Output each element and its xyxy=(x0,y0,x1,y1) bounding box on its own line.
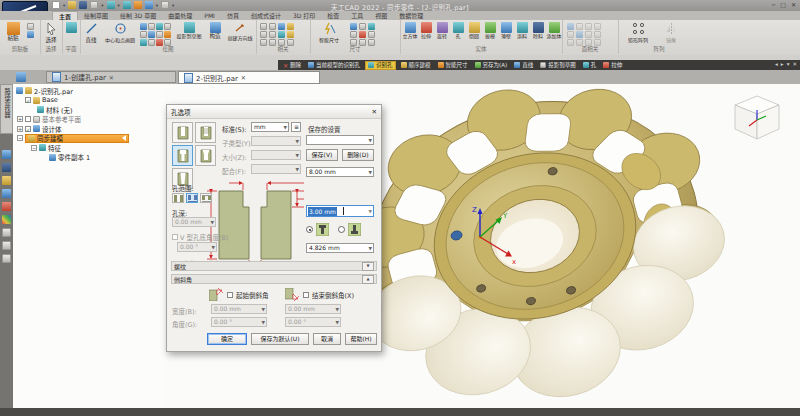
open-icon[interactable] xyxy=(68,1,76,9)
expand-icon[interactable]: + xyxy=(17,116,23,122)
tab-tools[interactable]: 工具 xyxy=(345,11,369,20)
customize-qat-icon[interactable]: ▾ xyxy=(172,3,174,8)
lock-icon[interactable] xyxy=(287,23,294,30)
tree-item-ref-planes[interactable]: + 基本参考平面 xyxy=(17,115,81,124)
distance-icon[interactable] xyxy=(350,23,357,30)
face-symmetric-icon[interactable] xyxy=(567,31,574,38)
palette-icon[interactable] xyxy=(2,215,11,224)
cut-icon[interactable] xyxy=(27,23,34,30)
perpendicular-icon[interactable] xyxy=(278,31,285,38)
create-direction-button[interactable]: 创建方向线 xyxy=(226,22,254,41)
curve-icon[interactable] xyxy=(156,23,163,30)
collapse-icon[interactable]: − xyxy=(31,145,37,151)
parallel-icon[interactable] xyxy=(269,31,276,38)
size-dropdown[interactable]: ▼ xyxy=(251,150,301,160)
minimize-button[interactable]: ─ xyxy=(772,1,776,8)
end-chamfer-angle-dropdown[interactable]: 0.00 °▼ xyxy=(285,317,341,327)
extent-to-depth-button[interactable] xyxy=(186,193,198,203)
tab-3d-sketch[interactable]: 绘制 3D 草图 xyxy=(114,11,162,20)
fit-dropdown[interactable]: ▼ xyxy=(251,164,301,174)
polygon-icon[interactable] xyxy=(140,31,147,38)
tab-data-management[interactable]: 数据管理 xyxy=(393,11,429,20)
new-document-icon[interactable] xyxy=(52,1,60,9)
round-button[interactable]: 倒圆 xyxy=(466,22,482,39)
angle-dim-icon[interactable] xyxy=(359,23,366,30)
add-material-button[interactable]: 添料 xyxy=(514,22,530,39)
ellipse-icon[interactable] xyxy=(148,31,155,38)
save-icon[interactable] xyxy=(79,1,87,9)
share-panel-icon[interactable] xyxy=(2,202,11,211)
pathfinder-panel-icon[interactable] xyxy=(2,150,11,159)
hole-type-threaded-button[interactable] xyxy=(195,122,216,143)
panel-toggle-icon[interactable] xyxy=(16,72,26,82)
add-body-button[interactable]: 添加体 xyxy=(546,22,562,39)
collapse-section-icon[interactable]: ▲ xyxy=(362,275,374,284)
maximize-button[interactable]: □ xyxy=(780,1,786,8)
face-concentric-icon[interactable] xyxy=(576,31,583,38)
smart-dimension-button[interactable]: 智能尺寸 xyxy=(314,22,344,43)
tab-sketch[interactable]: 绘制草图 xyxy=(78,11,114,20)
face-perpendicular-icon[interactable] xyxy=(585,23,592,30)
start-chamfer-angle-dropdown[interactable]: 0.00 °▼ xyxy=(211,317,267,327)
recognized-holes-command[interactable]: 当前模型的识别孔 xyxy=(306,61,362,69)
v-angle-checkbox[interactable] xyxy=(172,234,178,240)
coplanar-icon[interactable] xyxy=(567,23,574,30)
delete-command[interactable]: ✕删除 xyxy=(281,61,303,69)
remove-material-button[interactable]: 除料 xyxy=(530,22,546,39)
document-tab-2[interactable]: 2-识别孔.par ✕ xyxy=(178,71,320,84)
extrude-button[interactable]: 拉伸 xyxy=(418,22,434,39)
project-sketch-command[interactable]: 投影到草图 xyxy=(538,61,578,69)
standard-dropdown[interactable]: mm▼ xyxy=(251,122,289,132)
checkbox-checked[interactable]: ✓ xyxy=(25,126,31,132)
hole-type-simple-button[interactable] xyxy=(172,122,193,143)
face-horizontal-icon[interactable] xyxy=(594,31,601,38)
tree-item-synchronous[interactable]: 同步建模 xyxy=(25,134,129,143)
scroll-right-icon[interactable]: ▸ xyxy=(781,61,784,67)
line-button[interactable]: 直线 xyxy=(82,22,100,43)
subtype-dropdown[interactable]: ▼ xyxy=(251,136,301,146)
plane-button[interactable] xyxy=(65,22,77,33)
paste-button[interactable]: 粘贴 xyxy=(3,22,23,41)
expand-icon[interactable]: + xyxy=(17,126,23,132)
start-chamfer-width-dropdown[interactable]: 0.00 mm▼ xyxy=(211,304,267,314)
fillet-icon[interactable] xyxy=(164,23,171,30)
end-chamfer-checkbox[interactable] xyxy=(303,292,309,298)
end-chamfer-width-dropdown[interactable]: 0.00 mm▼ xyxy=(285,304,341,314)
undo-icon[interactable] xyxy=(107,1,115,9)
trim-icon[interactable] xyxy=(164,31,171,38)
tab-pmi[interactable]: PMI xyxy=(198,11,221,20)
counterbore-diameter-field[interactable]: 8.00 mm▼ xyxy=(306,167,374,177)
offset-icon[interactable] xyxy=(156,31,163,38)
arc-icon[interactable] xyxy=(140,23,147,30)
equal-icon[interactable] xyxy=(260,31,267,38)
hole-type-countersink-button[interactable] xyxy=(195,145,216,166)
close-document-icon[interactable]: ✕ xyxy=(792,61,797,67)
tree-item-features[interactable]: − 特征 xyxy=(31,143,61,152)
draft-button[interactable]: 拔模 xyxy=(482,22,498,39)
tree-item-material[interactable]: 材料 (无) xyxy=(37,105,73,114)
save-as-default-button[interactable]: 保存为默认(U) xyxy=(251,333,309,345)
rectangular-pattern-button[interactable]: 矩形阵列 xyxy=(622,22,654,43)
chamfer-section-header[interactable]: 倒斜角 ▲ xyxy=(171,274,377,284)
hole-diameter-field[interactable]: 4.826 mm▼ xyxy=(306,243,374,253)
link-icon[interactable] xyxy=(161,1,169,9)
document-tab-1[interactable]: 1-创建孔.par ✕ xyxy=(46,71,176,83)
box-panel-icon[interactable] xyxy=(2,228,11,237)
counterbore-depth-field[interactable]: 3.00 mm ▼ xyxy=(306,205,374,217)
tab-home[interactable]: 主页 xyxy=(52,11,78,20)
coordinate-dim-icon[interactable] xyxy=(350,31,357,38)
face-tangent-icon[interactable] xyxy=(594,23,601,30)
tab-view[interactable]: 视图 xyxy=(369,11,393,20)
symmetric-dim-icon[interactable] xyxy=(359,31,366,38)
cancel-button[interactable]: 取消 xyxy=(313,333,341,345)
counterbore-top-radio[interactable] xyxy=(306,226,313,233)
style-icon[interactable] xyxy=(134,1,142,9)
rectangle-icon[interactable] xyxy=(148,23,155,30)
copy-icon[interactable] xyxy=(27,31,34,38)
box-button[interactable]: 立方体 xyxy=(402,22,418,39)
tab-surfacing[interactable]: 曲面处理 xyxy=(162,11,198,20)
redo-icon[interactable] xyxy=(123,1,131,9)
tab-3d-print[interactable]: 3D 打印 xyxy=(287,11,321,20)
construction-button[interactable]: 构造 xyxy=(206,22,224,39)
close-tab-icon[interactable]: ✕ xyxy=(241,74,246,81)
